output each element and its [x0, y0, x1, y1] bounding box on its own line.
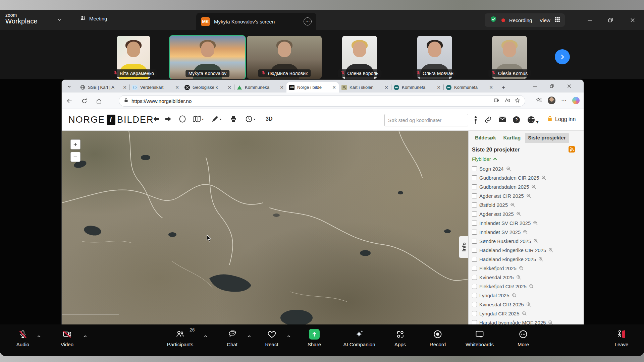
zoom-to-project-icon[interactable]: [519, 266, 524, 271]
browser-tab-active[interactable]: NiB Norge i bilde ✕: [286, 82, 339, 93]
participants-options-chevron[interactable]: [204, 333, 208, 339]
streetview-pegman-icon[interactable]: [472, 116, 479, 125]
participant-video[interactable]: Віта Авраменко: [117, 36, 150, 79]
project-checkbox[interactable]: [472, 184, 477, 189]
tab-close-icon[interactable]: ✕: [437, 85, 441, 90]
project-checkbox[interactable]: [472, 275, 477, 280]
browser-minimize-button[interactable]: [528, 81, 542, 91]
basemap-icon[interactable]: ▾: [193, 115, 204, 123]
minimize-button[interactable]: [583, 15, 596, 25]
zoom-to-project-icon[interactable]: [526, 193, 531, 198]
tab-options-icon[interactable]: ⋯: [304, 17, 312, 25]
project-checkbox[interactable]: [472, 230, 477, 235]
tab-meeting[interactable]: Meeting: [80, 15, 107, 22]
react-button[interactable]: React: [265, 329, 278, 347]
zoom-to-project-icon[interactable]: [548, 248, 553, 253]
participant-video[interactable]: Olesia Kornus: [492, 36, 527, 79]
language-globe-icon[interactable]: ▾: [527, 116, 535, 125]
video-options-chevron[interactable]: [83, 333, 87, 339]
norgeibilder-logo[interactable]: NORGE i BILDER: [68, 115, 154, 125]
zoom-out-button[interactable]: −: [70, 152, 80, 162]
project-checkbox[interactable]: [472, 320, 477, 324]
ai-companion-button[interactable]: AI Companion: [343, 329, 375, 347]
search-input[interactable]: [384, 114, 468, 126]
zoom-to-project-icon[interactable]: [516, 212, 521, 217]
view-button[interactable]: View: [539, 17, 550, 23]
tab-close-icon[interactable]: ✕: [332, 85, 336, 90]
draw-tool-icon[interactable]: ▾: [211, 115, 221, 123]
zoom-to-project-icon[interactable]: [506, 166, 511, 171]
tab-close-icon[interactable]: ✕: [123, 85, 127, 90]
audio-button[interactable]: Audio: [16, 329, 29, 347]
project-checkbox[interactable]: [472, 175, 477, 180]
profile-avatar[interactable]: [548, 97, 555, 104]
participant-video[interactable]: Олена Король: [342, 36, 377, 79]
zoom-to-project-icon[interactable]: [533, 221, 538, 226]
project-checkbox[interactable]: [472, 284, 477, 289]
audio-options-chevron[interactable]: [37, 333, 41, 339]
participant-video[interactable]: Ольга Мовчан: [417, 36, 452, 79]
project-checkbox[interactable]: [472, 293, 477, 298]
close-button[interactable]: [626, 15, 639, 25]
project-checkbox[interactable]: [472, 302, 477, 307]
project-checkbox[interactable]: [472, 202, 477, 207]
participant-video-active-speaker[interactable]: Mykyta Konovalov: [170, 36, 245, 79]
split-screen-icon[interactable]: [494, 98, 499, 105]
map-canvas[interactable]: + − Info: [62, 131, 468, 324]
participant-video[interactable]: Людмила Воловик: [247, 36, 322, 79]
react-options-chevron[interactable]: [287, 333, 291, 339]
browser-tab[interactable]: Kommunefa ✕: [443, 82, 496, 93]
chat-button[interactable]: Chat: [227, 329, 237, 347]
zoom-to-project-icon[interactable]: [533, 239, 538, 244]
zoom-to-project-icon[interactable]: [510, 202, 515, 207]
project-checkbox[interactable]: [472, 266, 477, 271]
project-checkbox[interactable]: [472, 239, 477, 244]
zoom-to-project-icon[interactable]: [522, 311, 527, 316]
help-icon[interactable]: ?: [513, 116, 520, 125]
copilot-icon[interactable]: [572, 97, 580, 104]
restore-button[interactable]: [604, 15, 617, 25]
tab-bildesok[interactable]: Bildesøk: [472, 133, 499, 143]
zoom-to-project-icon[interactable]: [526, 302, 531, 307]
tab-close-icon[interactable]: ✕: [175, 85, 179, 90]
new-tab-button[interactable]: ＋: [499, 83, 508, 92]
flybilder-group[interactable]: Flybilder: [472, 156, 581, 162]
browser-menu-icon[interactable]: ⋯: [561, 97, 567, 104]
zoom-to-project-icon[interactable]: [538, 257, 543, 262]
tab-kartlag[interactable]: Kartlag: [500, 133, 524, 143]
back-icon[interactable]: [65, 97, 74, 105]
browser-tab[interactable]: Kart i skolen ✕: [339, 82, 391, 93]
view-3d-button[interactable]: 3D: [266, 116, 272, 122]
browser-restore-button[interactable]: [545, 81, 559, 91]
browser-tab[interactable]: Geologiske k ✕: [182, 82, 234, 93]
tab-close-icon[interactable]: ✕: [280, 85, 284, 90]
project-checkbox[interactable]: [472, 212, 477, 217]
project-checkbox[interactable]: [472, 193, 477, 198]
browser-close-button[interactable]: [562, 81, 576, 91]
leave-button[interactable]: Leave: [615, 329, 629, 347]
map-forward-icon[interactable]: [164, 115, 172, 123]
info-panel-tab[interactable]: Info: [459, 236, 468, 258]
project-checkbox[interactable]: [472, 248, 477, 253]
zoom-in-button[interactable]: +: [70, 139, 80, 149]
favorites-list-icon[interactable]: [536, 97, 542, 104]
read-aloud-icon[interactable]: [504, 98, 510, 105]
project-checkbox[interactable]: [472, 257, 477, 262]
tab-close-icon[interactable]: ✕: [227, 85, 231, 90]
favorite-star-icon[interactable]: [515, 98, 520, 105]
print-icon[interactable]: [229, 115, 237, 123]
security-shield-icon[interactable]: [489, 15, 497, 25]
tab-search-chevron-icon[interactable]: [64, 82, 74, 91]
video-button[interactable]: Video: [61, 329, 73, 347]
tab-shared-screen[interactable]: MK Mykyta Konovalov's screen ⋯: [196, 13, 316, 30]
browser-tab[interactable]: Kommunefa ✕: [391, 82, 443, 93]
zoom-to-project-icon[interactable]: [523, 230, 528, 235]
gallery-view-icon[interactable]: [554, 17, 560, 24]
map-back-icon[interactable]: [152, 115, 160, 123]
record-button[interactable]: Record: [430, 329, 446, 347]
browser-tab[interactable]: Kommuneka ✕: [234, 82, 286, 93]
tab-close-icon[interactable]: ✕: [489, 85, 493, 90]
zoom-to-project-icon[interactable]: [512, 293, 517, 298]
rss-icon[interactable]: [569, 146, 575, 154]
zoom-to-project-icon[interactable]: [531, 184, 536, 189]
